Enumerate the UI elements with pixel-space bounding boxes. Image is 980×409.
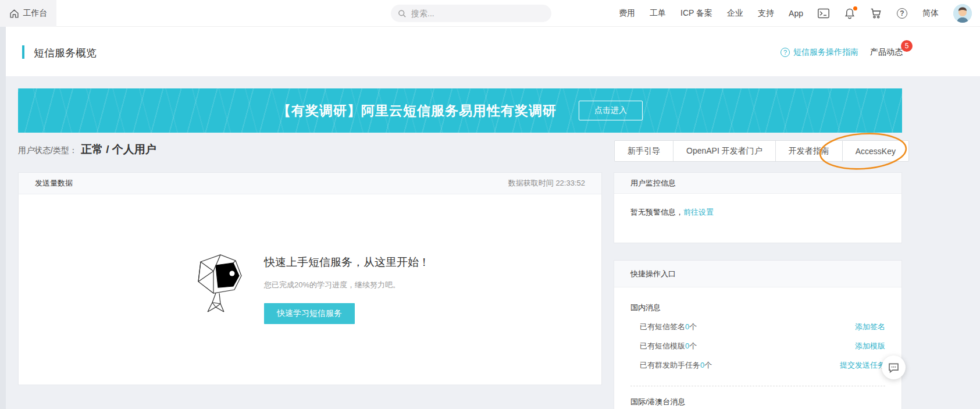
go-to-settings-link[interactable]: 前往设置 [683, 208, 714, 216]
chat-bubble-icon [888, 362, 900, 374]
add-signature-link[interactable]: 添加签名 [855, 322, 885, 332]
page-header-right: ? 短信服务操作指南 产品动态 5 [781, 47, 903, 58]
dashed-divider [630, 386, 885, 386]
notification-dot [853, 6, 857, 10]
list-item-template: 已有短信模版0个 添加模版 [630, 341, 885, 351]
quick-actions-card-title: 快捷操作入口 [630, 269, 676, 279]
sms-guide-label: 短信服务操作指南 [793, 47, 858, 58]
onboarding-subtitle: 您已完成20%的学习进度，继续努力吧。 [264, 280, 400, 290]
product-news-link[interactable]: 产品动态 5 [870, 47, 903, 58]
user-status-row: 用户状态/类型： 正常 / 个人用户 [18, 142, 156, 157]
question-circle-icon: ? [781, 48, 790, 57]
sms-guide-link[interactable]: ? 短信服务操作指南 [781, 47, 858, 58]
search-icon [398, 9, 407, 18]
global-search [391, 5, 551, 22]
robot-illustration [190, 251, 245, 315]
nav-enterprise[interactable]: 企业 [727, 8, 743, 19]
developer-guide-button[interactable]: 开发者指南 [775, 140, 843, 162]
quick-actions-card-header: 快捷操作入口 [614, 261, 901, 287]
home-icon [9, 9, 19, 19]
user-monitor-card-title: 用户监控信息 [630, 178, 676, 189]
send-volume-card-header: 发送量数据 数据获取时间 22:33:52 [19, 173, 601, 194]
user-status-value: 正常 / 个人用户 [81, 142, 156, 157]
openapi-portal-button[interactable]: OpenAPI 开发者门户 [673, 140, 776, 162]
help-icon[interactable]: ? [896, 8, 908, 19]
list-item-batch-task: 已有群发助手任务0个 提交发送任务 [630, 360, 885, 371]
nav-support[interactable]: 支持 [758, 8, 774, 19]
survey-enter-button[interactable]: 点击进入 [579, 101, 643, 120]
user-monitor-card: 用户监控信息 暂无预警信息，前往设置 [614, 172, 902, 243]
sms-console-page: 工作台 费用 工单 ICP 备案 企业 支持 App ? 简体 [0, 0, 980, 409]
quick-link-button-group: 新手引导 OpenAPI 开发者门户 开发者指南 AccessKey [614, 140, 909, 162]
user-monitor-body: 暂无预警信息，前往设置 [614, 194, 901, 218]
domestic-message-label: 国内消息 [630, 303, 885, 313]
survey-banner: 【有奖调研】阿里云短信服务易用性有奖调研 点击进入 [18, 88, 902, 133]
signature-suffix: 个 [689, 322, 697, 331]
workbench-button[interactable]: 工作台 [0, 0, 56, 27]
user-status-label: 用户状态/类型： [18, 145, 77, 156]
monitor-empty-text: 暂无预警信息， [630, 208, 683, 216]
onboarding-block: 快速上手短信服务，从这里开始！ 您已完成20%的学习进度，继续努力吧。 快速学习… [19, 251, 601, 324]
quick-actions-body: 国内消息 已有短信签名0个 添加签名 已有短信模版0个 添加模版 已有群发助手任… [614, 303, 901, 407]
template-count-text: 已有短信模版0个 [640, 341, 697, 351]
cart-icon[interactable] [870, 8, 882, 19]
beginner-guide-button[interactable]: 新手引导 [614, 140, 673, 162]
locale-switcher[interactable]: 简体 [922, 8, 939, 19]
workbench-label: 工作台 [23, 8, 48, 19]
survey-banner-title: 【有奖调研】阿里云短信服务易用性有奖调研 [277, 102, 557, 120]
list-item-signature: 已有短信签名0个 添加签名 [630, 322, 885, 332]
template-prefix: 已有短信模版 [640, 342, 685, 350]
user-avatar[interactable] [953, 4, 972, 23]
signature-prefix: 已有短信签名 [640, 322, 685, 331]
user-monitor-card-header: 用户监控信息 [614, 173, 901, 194]
onboarding-title: 快速上手短信服务，从这里开始！ [264, 255, 430, 270]
nav-icp[interactable]: ICP 备案 [680, 8, 712, 19]
product-news-badge: 5 [901, 40, 913, 52]
search-input[interactable] [411, 9, 544, 18]
nav-app[interactable]: App [789, 9, 803, 18]
intl-message-label: 国际/港澳台消息 [630, 397, 885, 407]
access-key-button[interactable]: AccessKey [842, 140, 909, 162]
template-suffix: 个 [689, 342, 697, 350]
data-fetch-time: 数据获取时间 22:33:52 [508, 178, 585, 189]
notification-bell-icon[interactable] [844, 8, 856, 19]
page-header: 短信服务概览 ? 短信服务操作指南 产品动态 5 [6, 27, 980, 76]
onboarding-text-column: 快速上手短信服务，从这里开始！ 您已完成20%的学习进度，继续努力吧。 快速学习… [264, 251, 430, 324]
collapsed-sidebar-rail [0, 27, 6, 409]
chat-support-button[interactable] [882, 355, 906, 379]
batch-task-prefix: 已有群发助手任务 [640, 361, 700, 369]
nav-tickets[interactable]: 工单 [650, 8, 666, 19]
title-accent-bar [22, 45, 24, 59]
terminal-icon[interactable] [818, 8, 829, 19]
signature-count-text: 已有短信签名0个 [640, 322, 697, 332]
add-template-link[interactable]: 添加模版 [855, 341, 885, 351]
batch-task-suffix: 个 [704, 361, 712, 369]
send-volume-card-title: 发送量数据 [35, 178, 73, 189]
batch-task-count-text: 已有群发助手任务0个 [640, 360, 712, 371]
nav-billing[interactable]: 费用 [619, 8, 635, 19]
send-volume-card: 发送量数据 数据获取时间 22:33:52 快速上手短信服务，从这里开始！ 您已… [18, 172, 602, 385]
quick-learn-button[interactable]: 快速学习短信服务 [264, 303, 355, 324]
top-navbar: 工作台 费用 工单 ICP 备案 企业 支持 App ? 简体 [0, 0, 980, 27]
page-title: 短信服务概览 [34, 46, 97, 60]
product-news-label: 产品动态 [870, 47, 903, 56]
quick-actions-card: 快捷操作入口 国内消息 已有短信签名0个 添加签名 已有短信模版0个 添加模版 … [614, 260, 902, 409]
topbar-right-group: 费用 工单 ICP 备案 企业 支持 App ? 简体 [619, 0, 972, 27]
submit-send-task-link[interactable]: 提交发送任务 [840, 360, 885, 371]
